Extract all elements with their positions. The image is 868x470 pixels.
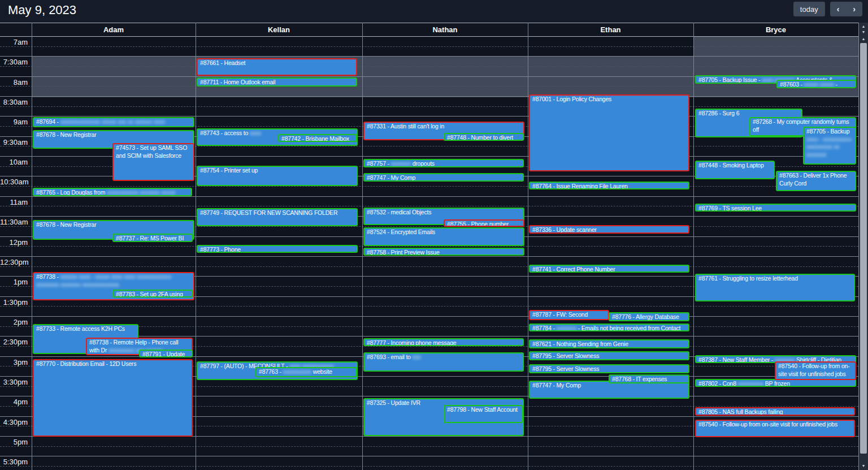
calendar-event[interactable]: #87524 - Encrypted Emails <box>363 227 524 246</box>
event-title: #87763 - <box>259 368 283 375</box>
calendar-event[interactable]: #87805 - NAS full Backups failing <box>695 407 855 416</box>
calendar-event[interactable]: #87693 - email to xxx <box>363 352 524 372</box>
calendar-event[interactable]: #87694 - xxxxxxxxxxxxxx xxxxx xxx xx xxx… <box>33 117 194 127</box>
calendar-event[interactable]: #87757 - xxxxxxx dropouts <box>363 159 524 167</box>
event-title: #87621 - Nothing Sending from Genie <box>532 340 628 347</box>
calendar-event[interactable]: #87001 - Login Policy Changes <box>529 94 689 171</box>
scrollbar-thumb[interactable] <box>860 43 867 454</box>
event-title: #87286 - Surg 6 <box>698 110 739 117</box>
calendar-event[interactable]: #87777 - Incoming phone message <box>363 338 524 346</box>
calendar-event[interactable]: #87798 - New Staff Account <box>444 405 523 423</box>
event-title: #87769 - TS session Lee <box>698 205 762 212</box>
calendar-event[interactable]: #87540 - Follow-up from on-site visit fo… <box>775 361 856 380</box>
time-label: 4:30pm <box>0 418 28 426</box>
event-title: #87795 - Server Slowness <box>532 365 599 372</box>
slot-line <box>0 256 858 257</box>
calendar-event[interactable]: #87758 - Print Preview Issue <box>363 248 524 256</box>
quarter-slot-line <box>0 186 858 187</box>
prev-day-icon[interactable]: ‹ <box>830 2 847 16</box>
calendar-event[interactable]: #87336 - Update scanner <box>529 225 689 234</box>
event-title: #87802 - Con8 <box>698 380 738 387</box>
event-title: #87705 - Backup <box>806 128 849 135</box>
header-top-line <box>0 23 868 23</box>
time-label: 7:30am <box>0 58 28 66</box>
event-title: #74573 - Set up SAML SSO and SCIM with S… <box>116 144 187 159</box>
calendar-event[interactable]: #87784 - xxxxxxx - Emails not being rece… <box>529 324 689 331</box>
calendar-event[interactable]: #87621 - Nothing Sending from Genie <box>529 339 689 348</box>
calendar-event[interactable]: #87748 - Number to divert <box>444 133 524 141</box>
time-label: 10am <box>0 158 28 166</box>
top-toolbar: May 9, 2023 today ‹ › <box>0 0 868 23</box>
today-button[interactable]: today <box>793 2 825 16</box>
time-gutter-header <box>0 23 32 36</box>
event-title: #87705 - Backup Issue - <box>698 76 762 83</box>
event-title: #87325 - Update IVR <box>367 399 420 406</box>
event-title: #87770 - Distribution Email - 12D Users <box>36 360 136 367</box>
calendar-event[interactable]: #87795 - Server Slowness <box>529 364 689 373</box>
time-label: 8am <box>0 78 28 87</box>
calendar-event[interactable]: #87770 - Distribution Email - 12D Users <box>33 359 193 437</box>
calendar-event[interactable]: #87540 - Follow-up from on-site visit fo… <box>695 420 855 437</box>
calendar-event[interactable]: #87787 - FW: Second Screen <box>529 310 609 320</box>
calendar-event[interactable]: #87755 - Phone number <box>444 219 524 227</box>
event-title: #87758 - Print Preview Issue <box>367 249 440 256</box>
quarter-slot-line <box>0 446 858 447</box>
scroll-down-icon[interactable]: ▼ <box>859 463 868 469</box>
calendar-event[interactable]: #74573 - Set up SAML SSO and SCIM with S… <box>112 143 194 181</box>
column-line <box>528 23 528 470</box>
calendar-event[interactable]: #87795 - Server Slowness <box>529 351 689 360</box>
calendar-event[interactable]: #87737 - Re: MS Power BI License <box>112 234 193 242</box>
calendar-event[interactable]: #87783 - Set up 2FA using verification <box>112 290 193 297</box>
event-title: #87749 - REQUEST FOR NEW SCANNING FOLDER <box>200 209 337 216</box>
calendar-event[interactable]: #87791 - Update Genie <box>139 350 193 357</box>
time-label: 5pm <box>0 438 28 446</box>
event-title: #87001 - Login Policy Changes <box>532 96 611 102</box>
column-line <box>32 23 32 470</box>
scroll-up-mini-icon[interactable]: ▲ <box>859 24 868 29</box>
event-title: #87757 - <box>367 160 391 167</box>
scroll-down-mini-icon[interactable]: ▼ <box>859 29 868 35</box>
calendar-event[interactable]: #87765 - Log Douglas from xxxxxxxxxxx xx… <box>33 188 192 196</box>
resource-header-nathan: Nathan <box>362 23 528 36</box>
calendar-event[interactable]: #87763 - xxxxxxxxxx website <box>255 367 357 377</box>
time-label: 4pm <box>0 398 28 406</box>
calendar-event[interactable]: #87603 - xxxxx xxxxx - Failure <box>776 80 856 88</box>
quarter-slot-line <box>0 66 858 67</box>
calendar-event[interactable]: #87448 - Smoking Laptop <box>695 161 775 179</box>
calendar-event[interactable]: #87802 - Con8 xxxxxxxxx BP frozen <box>695 379 856 387</box>
calendar-event[interactable]: #87711 - Home Outlook email <box>197 77 357 87</box>
event-title: #87733 - Remote access K2H PCs <box>36 325 125 332</box>
quarter-slot-line <box>0 266 858 267</box>
calendar-event[interactable]: #87741 - Correct Phone Number <box>529 265 689 273</box>
calendar-event[interactable]: #87663 - Deliver 1x Phone Curly Cord <box>776 171 856 191</box>
calendar-event[interactable]: #87776 - Allergy Database <box>609 312 689 321</box>
calendar-event[interactable]: #87761 - Struggling to resize letterhead <box>695 274 855 301</box>
vertical-scrollbar[interactable]: ▲ ▼ ▲ ▼ <box>859 23 868 470</box>
calendar-event[interactable]: #87773 - Phone <box>197 245 358 253</box>
slot-line <box>0 96 858 97</box>
event-title: #87693 - email to <box>367 353 412 360</box>
event-title: #87331 - Austin still can't log in <box>367 123 444 130</box>
calendar-event[interactable]: #87747 - My Comp <box>363 173 524 182</box>
calendar-event[interactable]: #87764 - Issue Renaming File Lauren <box>529 182 689 189</box>
calendar-event[interactable]: #87749 - REQUEST FOR NEW SCANNING FOLDER <box>197 208 358 226</box>
slot-line <box>0 316 858 317</box>
event-title: #87694 - <box>36 118 60 125</box>
day-nav-group: ‹ › <box>830 2 862 16</box>
time-label: 12:30pm <box>0 258 28 266</box>
event-title: #87737 - Re: MS Power BI License <box>116 235 184 242</box>
event-title: #87755 - Phone number <box>447 221 509 227</box>
scroll-up-icon[interactable]: ▲ <box>859 36 868 42</box>
time-label: 2pm <box>0 318 28 326</box>
calendar-event[interactable]: #87769 - TS session Lee <box>695 204 856 212</box>
calendar-event[interactable]: #87661 - Headset <box>197 58 357 76</box>
calendar-event[interactable]: #87705 - Backup xxxx - xxxxxxxxxx xxxxxx… <box>803 127 856 165</box>
time-label: 9:30am <box>0 138 28 146</box>
calendar-event[interactable]: #87742 - Brisbane Mailbox <box>278 134 357 142</box>
event-title: #87540 - Follow-up from on-site visit fo… <box>778 363 850 377</box>
time-label: 3pm <box>0 358 28 366</box>
calendar-event[interactable]: #87768 - IT expenses <box>609 374 689 383</box>
next-day-icon[interactable]: › <box>846 2 862 16</box>
calendar-event[interactable]: #87754 - Printer set up <box>197 166 358 186</box>
event-title: #87764 - Issue Renaming File Lauren <box>532 183 628 189</box>
